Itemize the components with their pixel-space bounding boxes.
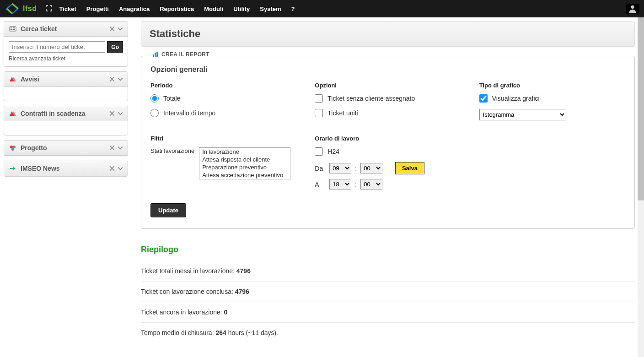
period-column: Periodo Totale Intervallo di tempo xyxy=(150,82,296,124)
avatar[interactable] xyxy=(626,4,639,14)
status-label: Stati lavorazione xyxy=(150,147,194,154)
status-option[interactable]: Preparazione preventivo xyxy=(199,163,290,171)
contract-icon xyxy=(9,110,17,117)
svg-rect-3 xyxy=(11,29,12,30)
nav-item-utility[interactable]: Utility xyxy=(233,5,250,12)
check-h24[interactable] xyxy=(315,147,323,156)
nav-item-progetti[interactable]: Progetti xyxy=(86,5,109,12)
to-hour-select[interactable]: 18 xyxy=(329,179,351,189)
close-icon[interactable] xyxy=(109,111,115,116)
scrollbar[interactable] xyxy=(638,17,644,357)
check-no-client[interactable] xyxy=(315,94,323,103)
report-panel: CREA IL REPORT Opzioni generali Periodo … xyxy=(141,56,635,229)
check-merged-tickets[interactable] xyxy=(315,109,323,117)
sidebar: Cerca ticket Go Ricerca avanzata ticket xyxy=(0,17,132,357)
nav-item-system[interactable]: System xyxy=(260,5,281,12)
close-icon[interactable] xyxy=(109,76,115,82)
widget-news: IMSEO News xyxy=(4,161,128,177)
from-label: Da xyxy=(315,165,326,172)
summary-item: Ticket ancora in lavorazione: 0 xyxy=(141,302,635,323)
check-label: Ticket senza cliente assegnato xyxy=(327,95,415,102)
close-icon[interactable] xyxy=(109,26,115,32)
period-option-label: Totale xyxy=(163,95,180,102)
svg-point-0 xyxy=(631,5,634,9)
chevron-down-icon[interactable] xyxy=(118,166,123,171)
chart-type-label: Tipo di grafico xyxy=(479,82,625,89)
status-option[interactable]: In lavorazione xyxy=(199,148,290,156)
check-label: Visualizza grafici xyxy=(492,95,540,102)
chart-type-column: Tipo di grafico Visualizza grafici Istog… xyxy=(479,82,625,124)
arrow-right-icon xyxy=(9,166,17,171)
advanced-search-link[interactable]: Ricerca avanzata ticket xyxy=(9,55,123,62)
summary-item: Ticket con lavorazione conclusa: 4796 xyxy=(141,281,635,302)
svg-rect-1 xyxy=(10,27,16,31)
summary-item: Ticket totali messi in lavorazione: 4796 xyxy=(141,261,635,281)
to-minute-select[interactable]: 00 xyxy=(360,179,382,189)
working-hours-label: Orario di lavoro xyxy=(315,135,461,142)
filters-column: Filtri Stati lavorazione In lavorazione … xyxy=(150,135,296,194)
report-icon xyxy=(152,51,159,58)
panel-legend: CREA IL REPORT xyxy=(149,51,213,58)
check-label: Ticket uniti xyxy=(327,109,358,117)
chevron-down-icon[interactable] xyxy=(118,145,123,151)
period-option-label: Intervallo di tempo xyxy=(163,109,215,117)
period-radio-totale[interactable] xyxy=(150,94,159,103)
period-radio-intervallo[interactable] xyxy=(150,109,159,117)
fullscreen-icon[interactable] xyxy=(46,5,52,13)
chevron-down-icon[interactable] xyxy=(118,111,123,116)
logo-icon xyxy=(5,2,20,15)
general-options-heading: Opzioni generali xyxy=(150,65,625,74)
nav-item-moduli[interactable]: Moduli xyxy=(204,5,223,12)
options-label: Opzioni xyxy=(315,82,461,89)
page-title: Statistiche xyxy=(150,28,626,40)
from-hour-select[interactable]: 09 xyxy=(329,163,351,173)
svg-rect-11 xyxy=(156,52,158,57)
widget-search-ticket: Cerca ticket Go Ricerca avanzata ticket xyxy=(4,21,128,67)
save-hours-button[interactable]: Salva xyxy=(395,162,424,174)
close-icon[interactable] xyxy=(109,166,115,171)
nav-item-help[interactable]: ? xyxy=(291,5,295,12)
working-hours-column: Orario di lavoro H24 Da 09 : 00 Salva xyxy=(315,135,461,194)
nav-menu: Ticket Progetti Anagrafica Reportistica … xyxy=(59,5,295,12)
chevron-down-icon[interactable] xyxy=(118,76,123,82)
brand-logo: lfsd xyxy=(5,2,37,15)
summary-title: Riepilogo xyxy=(141,245,635,254)
svg-point-7 xyxy=(13,146,16,148)
check-show-charts[interactable] xyxy=(479,94,488,103)
svg-point-8 xyxy=(11,148,14,151)
nav-item-anagrafica[interactable]: Anagrafica xyxy=(119,5,150,12)
ticket-search-go-button[interactable]: Go xyxy=(107,41,123,53)
svg-rect-4 xyxy=(13,27,15,28)
update-button[interactable]: Update xyxy=(150,203,186,217)
scrollbar-thumb[interactable] xyxy=(638,17,644,200)
svg-rect-5 xyxy=(13,29,15,30)
nav-item-ticket[interactable]: Ticket xyxy=(59,5,76,12)
status-option[interactable]: Attesa accettazione preventivo xyxy=(199,171,290,179)
summary-list: Ticket totali messi in lavorazione: 4796… xyxy=(141,261,635,343)
svg-point-6 xyxy=(10,146,13,148)
project-icon xyxy=(9,145,17,151)
ticket-search-input[interactable] xyxy=(9,41,105,53)
check-label: H24 xyxy=(327,148,339,155)
ticket-icon xyxy=(9,26,17,32)
main-content: Statistiche CREA IL REPORT Opzioni gener… xyxy=(132,17,644,357)
from-minute-select[interactable]: 00 xyxy=(360,163,382,173)
page-title-bar: Statistiche xyxy=(141,21,635,47)
chart-type-select[interactable]: Istogramma xyxy=(479,109,566,120)
summary-item: Tempo medio di chiusura: 264 hours (~11 … xyxy=(141,323,635,343)
options-column: Opzioni Ticket senza cliente assegnato T… xyxy=(315,82,461,124)
chevron-down-icon[interactable] xyxy=(118,26,123,32)
widget-progetto: Progetto xyxy=(4,140,128,156)
status-listbox[interactable]: In lavorazione Attesa risposta del clien… xyxy=(199,147,290,179)
filters-label: Filtri xyxy=(150,135,296,142)
to-label: A xyxy=(315,181,326,188)
svg-rect-9 xyxy=(153,54,154,57)
nav-item-reportistica[interactable]: Reportistica xyxy=(160,5,194,12)
close-icon[interactable] xyxy=(109,145,115,151)
status-option[interactable]: Attesa risposta del cliente xyxy=(199,156,290,163)
brand-name: lfsd xyxy=(23,5,37,13)
top-navbar: lfsd Ticket Progetti Anagrafica Reportis… xyxy=(0,0,644,17)
svg-rect-2 xyxy=(11,27,12,28)
widget-title: Avvisi xyxy=(21,76,106,83)
widget-title: IMSEO News xyxy=(21,165,106,172)
